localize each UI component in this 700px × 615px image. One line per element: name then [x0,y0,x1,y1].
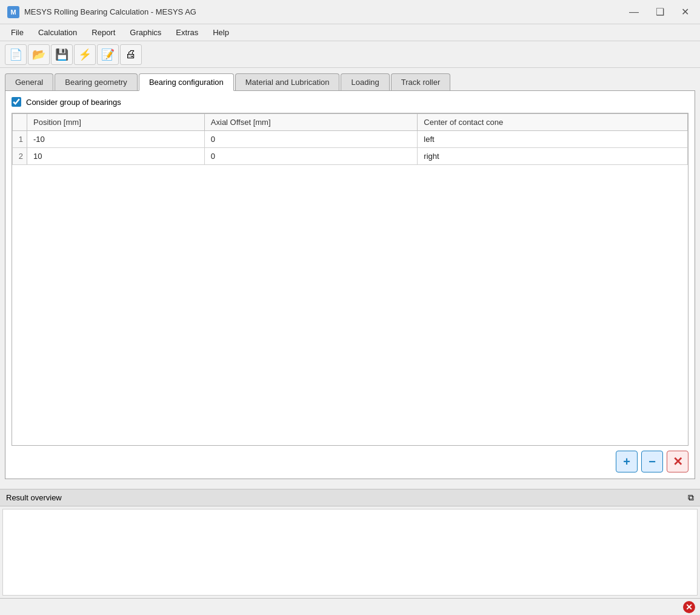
result-header: Result overview ⧉ [0,489,700,506]
toolbar: 📄📂💾⚡📝🖨 [0,41,700,68]
title-left: M MESYS Rolling Bearing Calculation - ME… [7,6,196,18]
row-num-header [13,114,27,131]
result-title: Result overview [6,493,62,502]
run-button[interactable]: ⚡ [74,44,96,65]
col-header-0: Position [mm] [27,114,205,131]
tab-loading[interactable]: Loading [341,73,389,90]
menu-item-calculation[interactable]: Calculation [32,27,83,38]
edit-button[interactable]: 📝 [97,44,119,65]
status-error-icon[interactable]: ✕ [683,601,695,613]
axial-offset-cell[interactable]: 0 [204,148,417,165]
tab-content: Consider group of bearings Position [mm]… [5,91,695,479]
clear-rows-button[interactable]: ✕ [667,451,688,472]
print-button[interactable]: 🖨 [120,44,142,65]
result-body [2,509,698,596]
menu-item-report[interactable]: Report [85,27,121,38]
row-number: 2 [13,148,27,165]
add-row-button[interactable]: + [616,451,638,472]
consider-group-checkbox[interactable] [12,97,21,107]
menu-item-graphics[interactable]: Graphics [124,27,167,38]
save-button[interactable]: 💾 [51,44,73,65]
action-buttons: + − ✕ [12,451,688,472]
app-title: MESYS Rolling Bearing Calculation - MESY… [24,7,196,16]
axial-offset-cell[interactable]: 0 [204,131,417,148]
table-row: 1-100left [13,131,688,148]
col-header-2: Center of contact cone [418,114,688,131]
bearing-table-container: Position [mm]Axial Offset [mm]Center of … [12,113,688,446]
app-icon: M [7,6,19,18]
menu-item-file[interactable]: File [5,27,30,38]
bearing-table: Position [mm]Axial Offset [mm]Center of … [12,113,688,165]
tab-material-lubrication[interactable]: Material and Lubrication [235,73,340,90]
table-row: 2100right [13,148,688,165]
tab-bar: GeneralBearing geometryBearing configura… [5,73,695,91]
remove-row-button[interactable]: − [641,451,663,472]
table-header-row: Position [mm]Axial Offset [mm]Center of … [13,114,688,131]
status-bar: ✕ [0,598,700,615]
open-button[interactable]: 📂 [28,44,50,65]
contact-cone-cell[interactable]: right [418,148,688,165]
title-bar: M MESYS Rolling Bearing Calculation - ME… [0,0,700,24]
col-header-1: Axial Offset [mm] [204,114,417,131]
minimize-button[interactable]: — [625,6,642,18]
checkbox-row: Consider group of bearings [12,97,688,107]
new-button[interactable]: 📄 [5,44,27,65]
table-body: 1-100left2100right [13,131,688,165]
title-controls: — ❑ ✕ [625,6,693,18]
main-content: GeneralBearing geometryBearing configura… [0,68,700,484]
tab-bearing-geometry[interactable]: Bearing geometry [55,73,138,90]
maximize-button[interactable]: ❑ [652,6,668,18]
row-number: 1 [13,131,27,148]
position-cell[interactable]: -10 [27,131,205,148]
menu-item-help[interactable]: Help [207,27,235,38]
position-cell[interactable]: 10 [27,148,205,165]
result-section: Result overview ⧉ [0,489,700,598]
tab-bearing-configuration[interactable]: Bearing configuration [139,73,234,91]
contact-cone-cell[interactable]: left [418,131,688,148]
tab-general[interactable]: General [5,73,53,90]
consider-group-label: Consider group of bearings [26,98,121,107]
menu-item-extras[interactable]: Extras [170,27,204,38]
menu-bar: FileCalculationReportGraphicsExtrasHelp [0,24,700,41]
restore-icon[interactable]: ⧉ [688,492,694,503]
tab-track-roller[interactable]: Track roller [391,73,451,90]
close-button[interactable]: ✕ [678,6,693,18]
